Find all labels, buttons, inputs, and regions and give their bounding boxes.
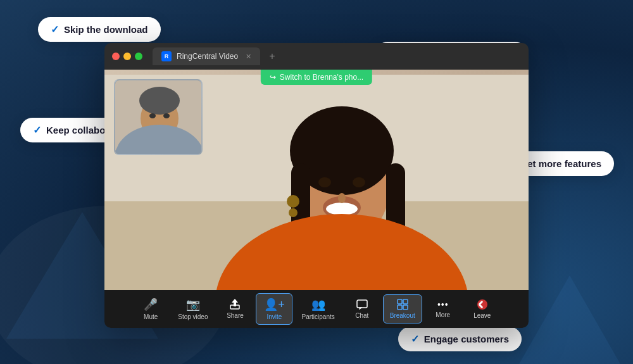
toolbar-button-breakout[interactable]: Breakout (383, 294, 422, 323)
browser-chrome: R RingCentral Video ✕ + (104, 43, 529, 70)
toolbar-button-chat[interactable]: Chat (344, 295, 380, 323)
svg-rect-33 (403, 305, 408, 310)
svg-rect-29 (357, 300, 367, 308)
chat-icon (356, 299, 368, 310)
mute-icon: 🎤 (144, 298, 158, 311)
switch-banner-text: Switch to Brenna's pho... (280, 73, 363, 82)
svg-point-12 (353, 177, 365, 187)
svg-marker-27 (232, 299, 238, 303)
feature-pill-engage: ✓ Engage customers (398, 327, 522, 351)
toolbar-button-invite[interactable]: 👤+ Invite (256, 293, 292, 325)
toolbar: 🎤 Mute 📷 Stop video Share 👤+ Invite (104, 290, 529, 328)
share-icon (229, 299, 241, 310)
switch-banner-icon: ↪ (270, 73, 276, 82)
tab-favicon: R (161, 51, 172, 61)
more-icon: ••• (437, 299, 449, 310)
toolbar-button-mute[interactable]: 🎤 Mute (132, 294, 169, 324)
bg-decoration-2 (519, 275, 620, 364)
thumbnail-frame (115, 80, 203, 155)
svg-rect-30 (398, 299, 402, 304)
stop-video-label: Stop video (178, 313, 208, 320)
traffic-light-minimize[interactable] (123, 53, 131, 60)
video-area (104, 70, 529, 290)
leave-label: Leave (473, 312, 491, 319)
invite-icon: 👤+ (264, 298, 285, 311)
check-icon: ✓ (411, 333, 419, 345)
toolbar-button-leave[interactable]: Leave (464, 295, 501, 323)
svg-point-24 (163, 113, 170, 118)
traffic-light-maximize[interactable] (135, 53, 142, 60)
svg-rect-32 (398, 305, 402, 310)
mute-label: Mute (144, 313, 158, 320)
toolbar-button-share[interactable]: Share (216, 295, 253, 323)
thumbnail-video (114, 79, 203, 155)
breakout-label: Breakout (390, 312, 415, 319)
new-tab-button[interactable]: + (269, 51, 275, 62)
feature-pill-skip: ✓ Skip the download (38, 17, 161, 42)
traffic-lights (112, 53, 142, 60)
breakout-icon (397, 299, 408, 310)
svg-point-11 (318, 177, 331, 187)
toolbar-button-more[interactable]: ••• More (425, 296, 461, 322)
more-label: More (436, 311, 450, 318)
participants-icon: 👥 (311, 298, 325, 311)
svg-point-14 (287, 195, 299, 208)
share-label: Share (227, 312, 244, 319)
main-video (104, 70, 529, 290)
svg-point-10 (326, 203, 358, 215)
check-icon: ✓ (51, 23, 59, 35)
svg-point-15 (289, 208, 298, 217)
svg-point-23 (149, 113, 156, 118)
leave-icon (477, 299, 488, 310)
browser-window: R RingCentral Video ✕ + ↪ Switch to Bren… (104, 43, 529, 328)
feature-label-engage: Engage customers (424, 334, 509, 344)
page-wrapper: ✓ Skip the download ✓ Switch devices on … (0, 0, 633, 364)
svg-rect-31 (403, 299, 408, 304)
toolbar-button-stop-video[interactable]: 📷 Stop video (172, 294, 214, 324)
tab-close-button[interactable]: ✕ (246, 53, 251, 61)
browser-tab[interactable]: R RingCentral Video ✕ (153, 47, 260, 65)
chat-label: Chat (355, 312, 368, 319)
check-icon: ✓ (33, 124, 41, 136)
svg-point-22 (139, 87, 180, 115)
feature-label-features: Get more features (520, 158, 601, 169)
svg-point-34 (477, 299, 487, 310)
traffic-light-close[interactable] (112, 53, 120, 60)
stop-video-icon: 📷 (186, 298, 200, 311)
switch-device-banner[interactable]: ↪ Switch to Brenna's pho... (261, 70, 372, 85)
toolbar-button-participants[interactable]: 👥 Participants (295, 294, 341, 324)
tab-title: RingCentral Video (177, 52, 238, 61)
invite-label: Invite (267, 313, 282, 320)
participants-label: Participants (301, 313, 334, 320)
svg-point-13 (338, 193, 346, 203)
feature-label-skip: Skip the download (64, 24, 148, 35)
